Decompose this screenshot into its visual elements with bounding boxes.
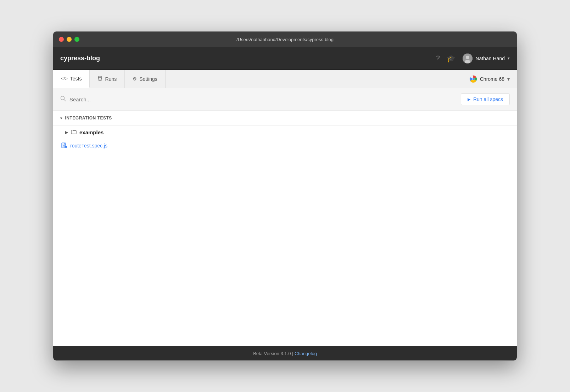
close-button[interactable] (59, 37, 64, 42)
chrome-icon (469, 75, 477, 83)
runs-db-icon (97, 76, 102, 82)
run-all-label: Run all specs (473, 96, 503, 102)
settings-gear-icon: ⚙ (133, 76, 137, 82)
tab-settings-label: Settings (139, 76, 157, 82)
examples-folder[interactable]: ▶ examples (53, 126, 517, 139)
minimize-button[interactable] (67, 37, 72, 42)
file-tree: ▾ INTEGRATION TESTS ▶ examples (53, 111, 517, 346)
browser-chevron-icon: ▾ (507, 76, 510, 82)
svg-point-1 (466, 56, 469, 59)
browser-label: Chrome 68 (480, 76, 504, 82)
titlebar: /Users/nathanhand/Developments/cypress-b… (53, 32, 517, 47)
window-title: /Users/nathanhand/Developments/cypress-b… (236, 37, 334, 42)
route-test-file-label: routeTest.spec.js (70, 143, 107, 149)
header-actions: ? 🎓 Nathan Hand ▾ (436, 54, 510, 63)
tests-code-icon: </> (61, 76, 68, 81)
help-icon[interactable]: ? (436, 55, 440, 62)
app-logo: cypress-blog (60, 55, 436, 62)
learn-icon[interactable]: 🎓 (447, 54, 456, 63)
spec-file-icon: ↗ (61, 142, 67, 149)
user-name: Nathan Hand (475, 56, 505, 61)
integration-tests-header[interactable]: ▾ INTEGRATION TESTS (53, 111, 517, 126)
tab-runs[interactable]: Runs (90, 70, 125, 88)
svg-point-2 (465, 60, 470, 63)
section-label: INTEGRATION TESTS (65, 116, 112, 121)
svg-line-10 (64, 100, 66, 101)
search-icon (60, 96, 66, 103)
tab-bar: </> Tests Runs ⚙ Settings (53, 70, 517, 88)
section-chevron-icon: ▾ (60, 116, 62, 120)
tab-tests-label: Tests (70, 76, 82, 82)
svg-point-3 (98, 76, 102, 78)
examples-folder-label: examples (79, 129, 104, 135)
route-test-file[interactable]: ↗ routeTest.spec.js (53, 139, 517, 152)
user-chevron-icon: ▾ (508, 56, 510, 61)
svg-point-8 (472, 78, 474, 80)
maximize-button[interactable] (74, 37, 79, 42)
search-input[interactable] (69, 96, 176, 102)
tab-settings[interactable]: ⚙ Settings (125, 70, 166, 88)
footer-text: Beta Version 3.1.0 | Changelog (253, 351, 317, 356)
browser-selector[interactable]: Chrome 68 ▾ (469, 75, 510, 83)
folder-icon (71, 129, 77, 135)
tab-runs-label: Runs (105, 76, 117, 82)
changelog-link[interactable]: Changelog (295, 351, 317, 356)
play-icon: ▶ (468, 97, 470, 102)
search-bar: ▶ Run all specs (53, 88, 517, 111)
avatar (463, 54, 473, 63)
run-all-specs-button[interactable]: ▶ Run all specs (461, 93, 510, 105)
search-wrapper (60, 96, 461, 103)
user-menu[interactable]: Nathan Hand ▾ (463, 54, 510, 63)
svg-text:↗: ↗ (65, 146, 67, 148)
database-icon (97, 76, 102, 81)
app-window: /Users/nathanhand/Developments/cypress-b… (53, 31, 517, 361)
app-header: cypress-blog ? 🎓 Nathan Hand ▾ (53, 47, 517, 70)
folder-chevron-icon: ▶ (65, 130, 68, 134)
footer: Beta Version 3.1.0 | Changelog (53, 346, 517, 360)
tab-tests[interactable]: </> Tests (53, 70, 90, 88)
avatar-icon (463, 54, 473, 63)
window-controls (59, 37, 79, 42)
